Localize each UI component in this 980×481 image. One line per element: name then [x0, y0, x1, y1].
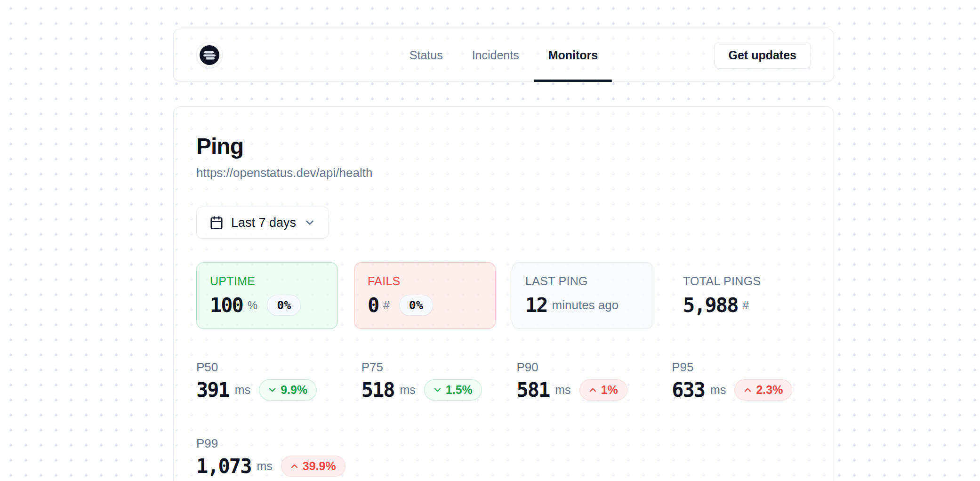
date-range-select[interactable]: Last 7 days	[196, 207, 329, 239]
calendar-icon	[209, 216, 224, 230]
chevron-up-icon	[589, 387, 597, 393]
percentile-p50: P50 391 ms 9.9%	[196, 360, 345, 401]
chevron-down-icon	[268, 387, 276, 393]
stat-value: 100	[210, 294, 243, 317]
get-updates-button[interactable]: Get updates	[714, 42, 811, 69]
stat-card-total-pings: TOTAL PINGS 5,988 #	[669, 262, 811, 329]
stat-delta-badge: 0%	[267, 295, 301, 316]
stat-unit: %	[248, 299, 257, 312]
stat-card-fails: FAILS 0 # 0%	[354, 262, 496, 329]
percentile-unit: ms	[400, 383, 416, 397]
percentile-p99: P99 1,073 ms 39.9%	[196, 436, 345, 478]
monitor-title: Ping	[196, 133, 811, 159]
stat-value: 12	[525, 294, 547, 317]
percentile-unit: ms	[555, 383, 570, 397]
trend-badge: 1.5%	[424, 379, 482, 401]
monitor-card: Ping https://openstatus.dev/api/health L…	[173, 106, 834, 481]
page-shell: Status Incidents Monitors Get updates Pi…	[173, 0, 834, 481]
stat-unit: #	[742, 299, 748, 312]
percentile-unit: ms	[710, 383, 726, 397]
top-nav: Status Incidents Monitors Get updates	[173, 29, 834, 81]
percentile-value: 1,073	[196, 455, 251, 478]
percentile-label: P75	[361, 360, 501, 375]
tab-incidents[interactable]: Incidents	[458, 29, 533, 81]
percentile-p75: P75 518 ms 1.5%	[361, 360, 501, 401]
percentiles-grid: P50 391 ms 9.9% P75 518 ms	[196, 360, 811, 478]
trend-badge: 1%	[579, 379, 627, 401]
stat-label: TOTAL PINGS	[683, 274, 797, 288]
trend-badge: 2.3%	[734, 379, 792, 401]
stat-label: LAST PING	[525, 274, 640, 288]
percentile-unit: ms	[257, 459, 272, 473]
stat-card-uptime: UPTIME 100 % 0%	[196, 262, 338, 329]
nav-tabs: Status Incidents Monitors	[395, 29, 612, 81]
chevron-up-icon	[290, 464, 298, 469]
stats-row: UPTIME 100 % 0% FAILS 0 # 0% LAST PING	[196, 262, 811, 329]
tab-status[interactable]: Status	[395, 29, 457, 81]
stat-label: UPTIME	[210, 274, 324, 288]
percentile-unit: ms	[235, 383, 250, 397]
chevron-up-icon	[744, 387, 752, 393]
percentile-label: P50	[196, 360, 345, 375]
chevron-down-icon	[434, 387, 442, 393]
stat-value: 0	[368, 294, 378, 317]
percentile-p95: P95 633 ms 2.3%	[672, 360, 811, 401]
monitor-url: https://openstatus.dev/api/health	[196, 166, 811, 180]
stat-delta-badge: 0%	[399, 295, 433, 316]
status-page-logo[interactable]	[196, 42, 223, 68]
percentile-value: 391	[196, 378, 229, 401]
trend-badge: 9.9%	[259, 379, 317, 401]
percentile-value: 633	[672, 378, 705, 401]
percentile-value: 518	[361, 378, 394, 401]
percentile-label: P95	[672, 360, 811, 375]
stat-card-last-ping: LAST PING 12 minutes ago	[512, 262, 653, 329]
stat-value: 5,988	[683, 294, 738, 317]
chevron-down-icon	[304, 216, 316, 229]
tab-monitors[interactable]: Monitors	[534, 29, 612, 81]
percentile-label: P90	[516, 360, 656, 375]
stat-label: FAILS	[368, 274, 482, 288]
percentile-value: 581	[516, 378, 549, 401]
percentile-label: P99	[196, 436, 345, 451]
openstatus-logo-icon	[199, 45, 220, 65]
trend-badge: 39.9%	[281, 456, 345, 477]
percentile-p90: P90 581 ms 1%	[516, 360, 656, 401]
stat-unit: #	[383, 299, 389, 312]
stat-unit: minutes ago	[552, 298, 619, 313]
date-range-label: Last 7 days	[231, 216, 296, 230]
